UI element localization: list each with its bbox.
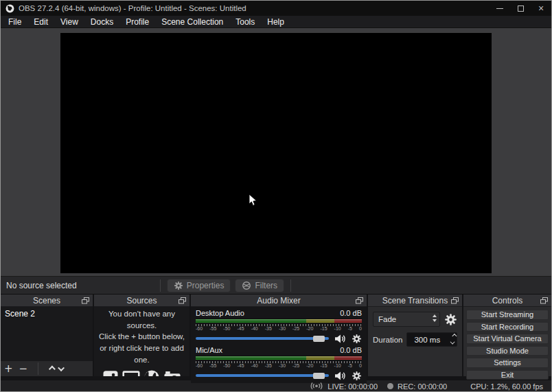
tick-label: -55 xyxy=(209,363,216,369)
duration-input[interactable]: 300 ms xyxy=(406,332,457,347)
sources-empty-text-line: Click the + button below, xyxy=(94,331,189,343)
tick-label: -40 xyxy=(251,363,258,369)
combo-spinner-icons xyxy=(433,314,437,322)
speaker-mute-button[interactable] xyxy=(334,371,346,381)
close-button[interactable]: × xyxy=(531,1,551,16)
float-dock-icon[interactable] xyxy=(540,297,548,304)
scene-transitions-header[interactable]: Scene Transitions xyxy=(368,295,462,307)
controls-panel: Controls Start StreamingStart RecordingS… xyxy=(463,295,551,376)
tick-label: -15 xyxy=(320,363,327,369)
tick-label: -30 xyxy=(279,363,286,369)
source-status-text: No source selected xyxy=(6,281,77,290)
tick-label: -45 xyxy=(237,326,244,332)
tick-label: -10 xyxy=(334,363,341,369)
remove-scene-button[interactable]: − xyxy=(19,364,28,374)
minimize-button[interactable] xyxy=(490,1,510,16)
scenes-panel-title: Scenes xyxy=(33,296,60,305)
audio-mixer-header[interactable]: Audio Mixer xyxy=(191,295,367,307)
rec-timer: REC: 00:00:00 xyxy=(398,382,447,391)
sources-panel-header[interactable]: Sources xyxy=(94,295,189,307)
add-scene-button[interactable]: + xyxy=(4,364,13,374)
maximize-button[interactable] xyxy=(510,1,531,16)
audio-mixer-panel: Audio Mixer Desktop Audio 0.0 dB -60-55-… xyxy=(191,295,367,376)
float-dock-icon[interactable] xyxy=(179,297,186,304)
volume-slider[interactable] xyxy=(196,335,329,342)
controls-button[interactable]: Studio Mode xyxy=(466,346,549,356)
scene-list-item[interactable]: Scene 2 xyxy=(1,307,93,321)
transition-select[interactable]: Fade xyxy=(373,312,440,327)
menu-item[interactable]: Scene Collection xyxy=(155,16,229,27)
tick-label: -20 xyxy=(306,326,313,332)
transition-properties-button[interactable] xyxy=(444,313,457,326)
tick-label: -25 xyxy=(292,326,299,332)
controls-button[interactable]: Start Recording xyxy=(466,322,549,332)
speaker-mute-button[interactable] xyxy=(334,334,346,344)
channel-settings-button[interactable] xyxy=(352,371,362,381)
sources-empty-area[interactable]: You don't have any sources.Click the + b… xyxy=(94,307,189,376)
chevron-down-icon[interactable] xyxy=(450,340,455,345)
menu-item[interactable]: View xyxy=(54,16,84,27)
duration-label: Duration xyxy=(373,336,402,344)
menu-item[interactable]: Profile xyxy=(119,16,155,27)
chevron-down-icon xyxy=(433,319,437,322)
move-scene-up-button[interactable] xyxy=(49,365,56,372)
controls-buttons: Start StreamingStart RecordingStart Virt… xyxy=(463,307,551,382)
volume-meter xyxy=(196,319,362,323)
controls-button[interactable]: Start Streaming xyxy=(466,310,549,320)
controls-button[interactable]: Settings xyxy=(466,358,549,368)
tick-label: -5 xyxy=(348,363,352,369)
audio-mixer-body: Desktop Audio 0.0 dB -60-55-50-45-40-35-… xyxy=(191,307,367,383)
maximize-icon xyxy=(518,5,524,12)
duration-spinner[interactable] xyxy=(450,333,457,346)
scenes-toolbar: + − xyxy=(1,360,93,376)
menu-bar: FileEditViewDocksProfileScene Collection… xyxy=(1,16,551,28)
meter-tick-labels: -60-55-50-45-40-35-30-25-20-15-10-50 xyxy=(196,326,362,332)
filters-label: Filters xyxy=(255,281,277,290)
source-toolbar: No source selected Properties Filters xyxy=(1,276,551,294)
tick-label: -15 xyxy=(320,326,327,332)
filters-button[interactable]: Filters xyxy=(235,279,284,292)
volume-slider[interactable] xyxy=(196,372,329,379)
docks-row: Scenes Scene 2 + − Sources xyxy=(1,294,551,380)
meter-tick-labels: -60-55-50-45-40-35-30-25-20-15-10-50 xyxy=(196,363,362,369)
controls-button[interactable]: Exit xyxy=(466,370,549,380)
menu-item[interactable]: Help xyxy=(261,16,290,27)
tick-label: -60 xyxy=(196,326,203,332)
scenes-list[interactable]: Scene 2 xyxy=(1,307,93,360)
properties-button[interactable]: Properties xyxy=(167,279,231,292)
live-timer: LIVE: 00:00:00 xyxy=(327,382,378,391)
scene-transitions-title: Scene Transitions xyxy=(382,296,448,305)
chevron-up-icon[interactable] xyxy=(452,334,457,338)
tick-label: -10 xyxy=(334,326,341,332)
float-dock-icon[interactable] xyxy=(356,297,363,304)
mouse-cursor xyxy=(249,194,257,207)
tick-label: 0 xyxy=(359,363,362,369)
volume-slider-track[interactable] xyxy=(196,337,329,340)
controls-button[interactable]: Start Virtual Camera xyxy=(466,334,549,344)
tick-label: -55 xyxy=(209,326,216,332)
broadcast-icon xyxy=(310,382,323,391)
properties-label: Properties xyxy=(187,281,225,290)
toolbar-separator xyxy=(290,279,291,292)
preview-canvas[interactable] xyxy=(60,33,492,273)
volume-slider-handle[interactable] xyxy=(313,373,325,379)
menu-item[interactable]: Docks xyxy=(84,16,119,27)
volume-slider-handle[interactable] xyxy=(313,336,325,342)
gear-icon xyxy=(174,281,183,290)
float-dock-icon[interactable] xyxy=(451,297,459,304)
tick-label: -50 xyxy=(223,326,230,332)
menu-item[interactable]: Tools xyxy=(229,16,261,27)
float-dock-icon[interactable] xyxy=(82,297,89,304)
tick-label: -5 xyxy=(348,326,352,332)
controls-panel-header[interactable]: Controls xyxy=(463,295,551,307)
menu-item[interactable]: Edit xyxy=(27,16,54,27)
sources-empty-text-line: or right click here to add one. xyxy=(94,343,189,365)
tick-label: -35 xyxy=(265,363,272,369)
volume-slider-track[interactable] xyxy=(196,374,329,377)
scenes-panel-header[interactable]: Scenes xyxy=(1,295,93,307)
move-scene-down-button[interactable] xyxy=(58,365,65,371)
channel-db-value: 0.0 dB xyxy=(340,309,362,317)
record-dot-icon xyxy=(387,383,393,389)
channel-settings-button[interactable] xyxy=(352,334,362,344)
menu-item[interactable]: File xyxy=(2,16,27,27)
